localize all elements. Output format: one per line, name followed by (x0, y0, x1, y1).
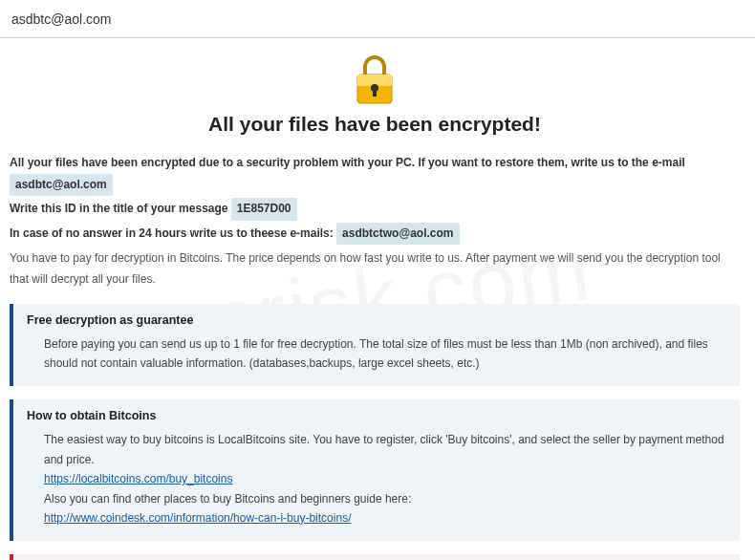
intro-line1: All your files have been encrypted due t… (10, 156, 685, 169)
email-pill-secondary: asdbtctwo@aol.com (336, 223, 459, 246)
obtain-line1: The easiest way to buy bitcoins is Local… (44, 430, 726, 469)
section-attention: Attention! Do not rename encrypted files… (10, 554, 740, 560)
obtain-title: How to obtain Bitcoins (27, 409, 726, 422)
section-obtain-bitcoins: How to obtain Bitcoins The easiest way t… (10, 399, 740, 541)
window-title: asdbtc@aol.com (11, 11, 111, 27)
intro-line3: In case of no answer in 24 hours write u… (10, 226, 336, 240)
intro-line2: Write this ID in the title of your messa… (10, 202, 231, 215)
svg-rect-3 (373, 90, 377, 97)
lock-icon (352, 54, 398, 107)
id-pill: 1E857D00 (231, 198, 297, 221)
free-decrypt-title: Free decryption as guarantee (27, 313, 726, 327)
free-decrypt-body: Before paying you can send us up to 1 fi… (27, 334, 726, 374)
email-pill-primary: asdbtc@aol.com (10, 174, 113, 197)
section-free-decryption: Free decryption as guarantee Before payi… (10, 304, 740, 387)
obtain-line2: Also you can find other places to buy Bi… (44, 489, 726, 508)
obtain-link1[interactable]: https://localbitcoins.com/buy_bitcoins (44, 472, 232, 485)
obtain-link2[interactable]: http://www.coindesk.com/information/how-… (44, 511, 351, 525)
window-titlebar: asdbtc@aol.com (0, 0, 755, 38)
intro-block: All your files have been encrypted due t… (10, 153, 740, 291)
content-area[interactable]: pcrisk.com All your files have been encr… (0, 38, 755, 560)
intro-note: You have to pay for decryption in Bitcoi… (10, 248, 740, 290)
page-title: All your files have been encrypted! (10, 113, 740, 136)
